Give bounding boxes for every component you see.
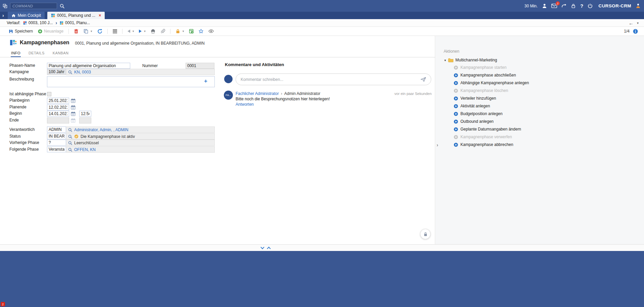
favorite-button[interactable] [199, 29, 203, 34]
copy-button[interactable]: ▾ [84, 29, 92, 34]
redo-icon[interactable] [561, 3, 566, 8]
status-input[interactable] [47, 133, 66, 139]
send-icon[interactable] [420, 77, 426, 82]
search-icon[interactable] [68, 141, 72, 145]
nav-previous-dropdown-icon[interactable]: ▾ [133, 30, 134, 33]
form-row-planende: Planende [9, 104, 76, 110]
ende-input[interactable] [47, 117, 69, 123]
action-abhaengige-kampagnenphase-anlegen[interactable]: Abhängige Kampagnenphase anlegen [454, 80, 529, 86]
mail-icon[interactable]: 2 [551, 4, 557, 8]
tree-expand-icon[interactable]: ▾ [444, 58, 446, 62]
action-kampagnenphase-loeschen: Kampagnenphase löschen [454, 88, 508, 93]
close-tab-icon[interactable]: × [99, 13, 101, 17]
folgende-phase-input[interactable] [47, 146, 66, 152]
info-icon[interactable] [633, 29, 638, 34]
user-icon[interactable] [542, 3, 547, 8]
phasen-name-input[interactable] [47, 63, 130, 69]
action-geplante-datumsangaben-aendern[interactable]: Geplante Datumsangaben ändern [454, 126, 521, 132]
page-title: Kampagnenphasen [20, 40, 69, 46]
action-outbound-anlegen[interactable]: Outbound anlegen [454, 119, 494, 124]
beginn-input[interactable] [47, 111, 69, 117]
history-dropdown-icon[interactable]: ▾ [637, 21, 639, 25]
action-kampagnenphase-abschliessen[interactable]: Kampagnenphase abschließen [454, 72, 516, 78]
bottom-panel: 2 [0, 251, 644, 307]
table-check-button[interactable] [189, 29, 194, 34]
search-icon[interactable] [60, 4, 64, 8]
attachment-button[interactable] [160, 29, 165, 34]
beginn-time-input[interactable] [79, 111, 91, 117]
delete-button[interactable] [74, 29, 79, 34]
form-row-verantwortlich: Verantwortlich Administrator, Admin, , A… [9, 126, 215, 133]
form-row-beginn: Beginn [9, 110, 91, 117]
collapse-down-icon[interactable] [260, 245, 264, 249]
new-record-button[interactable]: Neuanlage [38, 29, 63, 34]
form-row-ist-abhaengige-phase: Ist abhängige Phase [9, 91, 51, 97]
nav-next-dropdown-icon[interactable]: ▾ [144, 30, 146, 33]
field-label: Nummer [142, 63, 186, 68]
history-back-icon[interactable]: ← [629, 20, 634, 26]
actions-group[interactable]: ▾ Multichannel-Marketing [444, 58, 497, 62]
sidebar-collapse-icon[interactable]: › [437, 142, 438, 148]
tab-details[interactable]: DETAILS [28, 49, 45, 57]
action-budgetposition-anlegen[interactable]: Budgetposition anlegen [454, 111, 502, 116]
verantwortlich-link[interactable]: Administrator, Admin, , ADMIN [74, 127, 128, 132]
action-verteiler-hinzufuegen[interactable]: Verteiler hinzufügen [454, 96, 496, 101]
permissions-button[interactable]: ▾ [176, 29, 184, 34]
history-item-0001[interactable]: 0001, Planu... [60, 20, 90, 25]
right-triangle-icon [139, 30, 142, 33]
tab-record[interactable]: 0001, Planung und ... × [47, 12, 105, 19]
field-label: Beschreibung [9, 76, 47, 83]
vorherige-phase-input[interactable] [47, 140, 66, 146]
tab-kanban[interactable]: KANBAN [52, 49, 69, 57]
ist-abhaengige-phase-checkbox[interactable] [47, 92, 51, 96]
copy-dropdown-icon[interactable]: ▾ [91, 30, 92, 33]
nummer-input[interactable] [186, 63, 214, 69]
search-icon[interactable] [68, 135, 72, 139]
action-kampagnenphase-abbrechen[interactable]: Kampagnenphase abbrechen [454, 142, 513, 147]
status-lookup-track: Die Kampagnenphase ist aktiv [66, 133, 215, 140]
calendar-icon[interactable] [70, 104, 76, 110]
panel-expand-icon[interactable]: › [0, 12, 6, 19]
move-resize-icon[interactable]: + [204, 78, 207, 84]
refresh-button[interactable] [97, 29, 102, 34]
calendar-icon [70, 117, 76, 123]
planende-input[interactable] [47, 104, 69, 110]
nav-previous-button[interactable]: ▾ [128, 30, 134, 33]
reply-link[interactable]: Antworten [236, 102, 254, 107]
planbeginn-input[interactable] [47, 98, 69, 104]
comment-input[interactable] [241, 77, 420, 82]
ende-time-input[interactable] [79, 117, 91, 123]
kampagne-input[interactable] [47, 69, 66, 75]
help-icon[interactable]: ? [580, 3, 583, 9]
nav-next-button[interactable]: ▾ [139, 30, 146, 33]
calendar-icon[interactable] [70, 111, 76, 116]
folgende-phase-link[interactable]: OFFEN, KN [74, 147, 96, 152]
tab-info[interactable]: INFO [11, 49, 21, 57]
kampagne-link[interactable]: KN, 0003 [74, 70, 91, 74]
history-item-0003[interactable]: 0003, 100 J... [23, 20, 53, 25]
lock-float-button[interactable] [420, 229, 431, 239]
play-circle-icon [454, 127, 458, 132]
record-subtitle: 0001, Planung und allgemeine Organisatio… [75, 41, 205, 46]
kampagne-lookup-track: KN, 0003 [66, 69, 215, 75]
search-icon[interactable] [68, 148, 72, 152]
beschreibung-textarea[interactable] [47, 76, 215, 87]
vorherige-phase-lookup-track: Leerschlüssel [66, 140, 215, 146]
action-aktivitaet-anlegen[interactable]: Aktivität anlegen [454, 103, 490, 109]
expand-up-icon[interactable] [267, 247, 270, 250]
app-mark-icon[interactable] [3, 4, 7, 8]
verantwortlich-input[interactable] [47, 126, 66, 133]
power-icon[interactable] [588, 3, 593, 8]
menu-button[interactable] [113, 30, 117, 33]
command-input[interactable] [10, 3, 57, 9]
tab-mein-cockpit[interactable]: Mein Cockpit [8, 12, 45, 19]
search-icon[interactable] [68, 70, 72, 74]
comment-author-link[interactable]: Fachlicher Administrator [236, 91, 279, 96]
search-icon[interactable] [68, 128, 72, 132]
save-button[interactable]: Speichern [9, 29, 33, 34]
permissions-dropdown-icon[interactable]: ▾ [183, 30, 184, 33]
print-button[interactable] [151, 29, 155, 34]
session-lock-icon[interactable] [571, 3, 576, 8]
calendar-icon[interactable] [70, 98, 76, 103]
visibility-button[interactable] [208, 30, 214, 33]
